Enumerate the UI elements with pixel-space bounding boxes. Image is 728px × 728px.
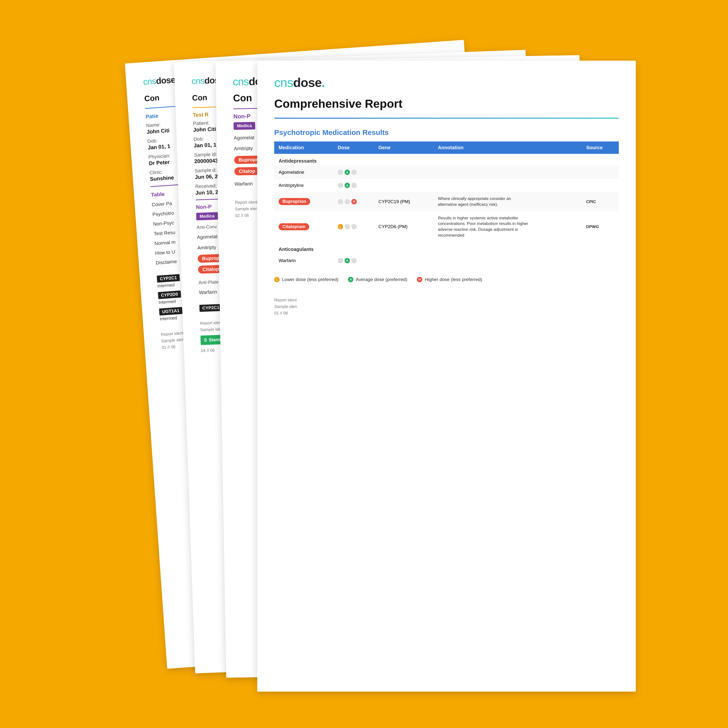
med-annotation-amitriptyline — [433, 179, 582, 192]
legend-label-higher: Higher dose (less preferred) — [425, 277, 482, 282]
med-source-amitriptyline — [582, 179, 619, 192]
table-row: Citalopram L CYP2D6 (PM) Results in high… — [274, 211, 619, 242]
footer-main: Report ident Sample iden 01 // 06 — [274, 297, 619, 317]
logo-cns-p3: cns — [233, 75, 249, 88]
med-annotation-buproprion: Where clinically appropriate consider an… — [433, 192, 582, 211]
med-name-buproprion: Buproprion — [274, 192, 333, 211]
category-anticoagulants: Anticoagulants — [274, 242, 619, 254]
gene1-badge-p2: CYP2C1 — [199, 304, 222, 312]
buproprion-badge-main: Buproprion — [278, 198, 310, 205]
dose-dot-right — [352, 183, 357, 188]
med-dose-agomelatine: A — [333, 166, 374, 179]
legend-dot-red: H — [417, 277, 422, 282]
dose-dot-left — [338, 170, 343, 175]
dose-dot-left — [338, 199, 343, 204]
dose-dot-mid — [344, 224, 350, 229]
dose-dot-mid — [344, 199, 350, 204]
legend-item-higher: H Higher dose (less preferred) — [417, 277, 482, 282]
table-row: Buproprion H CYP2C19 (PM) Where clinical… — [274, 192, 619, 211]
col-annotation: Annotation — [433, 141, 582, 154]
logo-dose-p1: dose — [156, 75, 176, 86]
med-name-citalopram: Citalopram — [274, 211, 333, 242]
main-divider — [274, 118, 619, 119]
med-source-citalopram: DPWG — [582, 211, 619, 242]
med-gene-agomelatine — [374, 166, 433, 179]
legend-item-average: A Average dose (preferred) — [348, 277, 407, 282]
med-source-buproprion: CPIC — [582, 192, 619, 211]
dose-dot-left: L — [338, 224, 343, 229]
med-source-agomelatine — [582, 166, 619, 179]
category-antidepressants: Antidepressants — [274, 154, 619, 166]
col-source: Source — [582, 141, 619, 154]
medication-badge-p2: Medica — [196, 212, 218, 220]
gene1-badge-p1: CYP2C1 — [157, 274, 180, 283]
logo-dose-main: dose — [293, 75, 321, 90]
legend-item-lower: L Lower dose (less preferred) — [274, 277, 338, 282]
dose-dot-left — [338, 258, 343, 263]
page-stack: cnsdose. Con Patie Name: John Citi Dob: … — [145, 37, 583, 691]
med-annotation-warfarin — [433, 254, 582, 267]
dose-dot-mid: A — [344, 258, 350, 263]
med-source-warfarin — [582, 254, 619, 267]
logo-main: cnsdose. — [274, 75, 619, 90]
medication-table: Medication Dose Gene Annotation Source A… — [274, 141, 619, 267]
col-dose: Dose — [333, 141, 374, 154]
footer-sample: Sample iden — [274, 303, 619, 310]
citalopam-badge-p3: Citalop — [234, 167, 260, 176]
dose-dot-right — [352, 258, 357, 263]
logo-cns-p1: cns — [143, 76, 156, 87]
col-medication: Medication — [274, 141, 333, 154]
main-report-page: cnsdose. Comprehensive Report Psychotrop… — [257, 61, 636, 691]
med-name-amitriptyline: Amitriptyline — [274, 179, 333, 192]
legend: L Lower dose (less preferred) A Average … — [274, 277, 619, 282]
gene3-badge-p1: UGT1A1 — [159, 307, 182, 316]
med-gene-buproprion: CYP2C19 (PM) — [374, 192, 433, 211]
dose-dot-mid: A — [344, 183, 350, 188]
logo-dot-main: . — [321, 75, 325, 90]
legend-dot-yellow: L — [274, 277, 280, 282]
footer-page: 01 // 06 — [274, 310, 619, 317]
medication-badge-p3: Medica — [234, 122, 255, 130]
table-header-row: Medication Dose Gene Annotation Source — [274, 141, 619, 154]
table-row: Amitriptyline A — [274, 179, 619, 192]
gene2-badge-p1: CYP2D0 — [158, 291, 181, 299]
med-dose-amitriptyline: A — [333, 179, 374, 192]
legend-label-average: Average dose (preferred) — [356, 277, 407, 282]
footer-report: Report ident — [274, 297, 619, 303]
med-dose-citalopram: L — [333, 211, 374, 242]
med-name-agomelatine: Agomelatine — [274, 166, 333, 179]
med-dose-warfarin: A — [333, 254, 374, 267]
med-gene-warfarin — [374, 254, 433, 267]
med-dose-buproprion: H — [333, 192, 374, 211]
citalopam-badge-main: Citalopram — [278, 223, 309, 230]
section-heading-main: Psychotropic Medication Results — [274, 128, 619, 137]
dose-dot-left — [338, 183, 343, 188]
med-gene-amitriptyline — [374, 179, 433, 192]
legend-label-lower: Lower dose (less preferred) — [282, 277, 338, 282]
logo-cns-p2: cns — [191, 76, 205, 86]
dose-dot-mid: A — [344, 170, 350, 175]
logo-cns-main: cns — [274, 75, 293, 90]
dose-dot-right: H — [352, 199, 357, 204]
table-row: Agomelatine A — [274, 166, 619, 179]
dose-dot-right — [352, 170, 357, 175]
med-name-warfarin: Warfarin — [274, 254, 333, 267]
dose-dot-right — [352, 224, 357, 229]
legend-dot-green: A — [348, 277, 353, 282]
med-annotation-agomelatine — [433, 166, 582, 179]
med-annotation-citalopram: Results in higher systemic active metabo… — [433, 211, 582, 242]
report-title: Comprehensive Report — [274, 97, 619, 110]
med-gene-citalopram: CYP2D6 (PM) — [374, 211, 433, 242]
table-row: Warfarin A — [274, 254, 619, 267]
col-gene: Gene — [374, 141, 433, 154]
